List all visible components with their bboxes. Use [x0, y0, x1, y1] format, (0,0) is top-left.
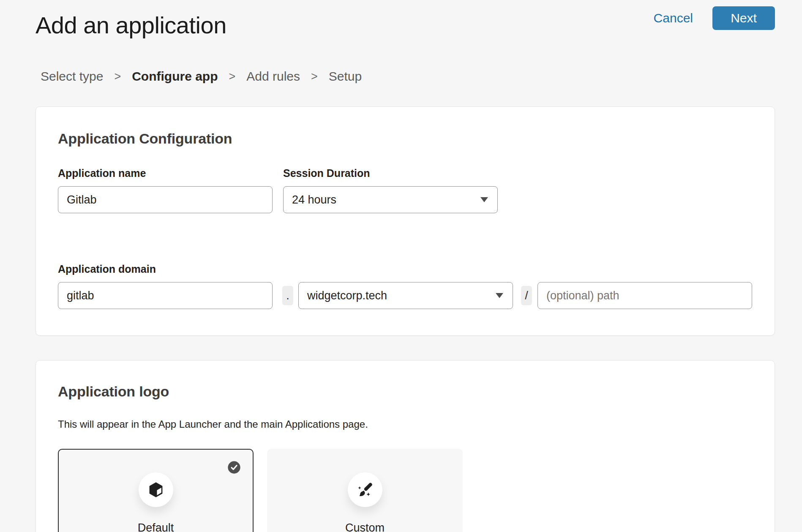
breadcrumb-separator: >	[114, 70, 121, 83]
session-duration-label: Session Duration	[283, 167, 498, 179]
slash-separator: /	[521, 286, 532, 305]
path-input[interactable]	[537, 282, 752, 309]
breadcrumb-step-setup[interactable]: Setup	[329, 69, 362, 84]
cancel-button[interactable]: Cancel	[654, 6, 693, 30]
paintbrush-icon	[356, 481, 374, 499]
logo-option-label: Custom	[345, 521, 385, 532]
domain-select-value: widgetcorp.tech	[307, 289, 387, 302]
breadcrumb-separator: >	[229, 70, 236, 83]
breadcrumb: Select type > Configure app > Add rules …	[41, 69, 802, 84]
subdomain-input[interactable]	[58, 282, 273, 309]
selected-check-icon	[227, 461, 241, 474]
name-session-row: Application name Session Duration 24 hou…	[58, 167, 753, 213]
custom-logo-circle	[348, 472, 382, 507]
application-configuration-card: Application Configuration Application na…	[35, 106, 775, 336]
logo-options-row: Default Custom	[58, 449, 753, 532]
application-name-field: Application name	[58, 167, 273, 213]
logo-option-label: Default	[138, 521, 174, 532]
next-button[interactable]: Next	[712, 6, 775, 30]
page-header: Add an application Cancel Next	[0, 0, 802, 39]
logo-option-default[interactable]: Default	[58, 449, 254, 532]
default-logo-circle	[139, 472, 173, 507]
page-title: Add an application	[35, 12, 226, 39]
application-name-input[interactable]	[58, 186, 273, 213]
logo-option-custom[interactable]: Custom	[267, 449, 463, 532]
application-logo-description: This will appear in the App Launcher and…	[58, 418, 753, 430]
application-domain-label: Application domain	[58, 263, 753, 275]
breadcrumb-step-select-type[interactable]: Select type	[41, 69, 103, 84]
application-name-label: Application name	[58, 167, 273, 179]
add-application-page: Add an application Cancel Next Select ty…	[0, 0, 802, 532]
session-duration-select[interactable]: 24 hours	[283, 186, 498, 213]
session-duration-value: 24 hours	[292, 193, 336, 206]
chevron-down-icon	[496, 293, 503, 298]
dot-separator: .	[282, 286, 293, 305]
breadcrumb-separator: >	[311, 70, 318, 83]
application-domain-row: . widgetcorp.tech /	[58, 282, 753, 309]
domain-select[interactable]: widgetcorp.tech	[298, 282, 513, 309]
chevron-down-icon	[480, 197, 488, 202]
header-actions: Cancel Next	[654, 6, 775, 30]
breadcrumb-step-configure-app[interactable]: Configure app	[132, 69, 218, 84]
breadcrumb-step-add-rules[interactable]: Add rules	[246, 69, 300, 84]
application-configuration-heading: Application Configuration	[58, 130, 753, 147]
application-logo-card: Application logo This will appear in the…	[35, 360, 775, 532]
session-duration-field: Session Duration 24 hours	[283, 167, 498, 213]
cube-icon	[147, 481, 165, 499]
application-logo-heading: Application logo	[58, 383, 753, 400]
